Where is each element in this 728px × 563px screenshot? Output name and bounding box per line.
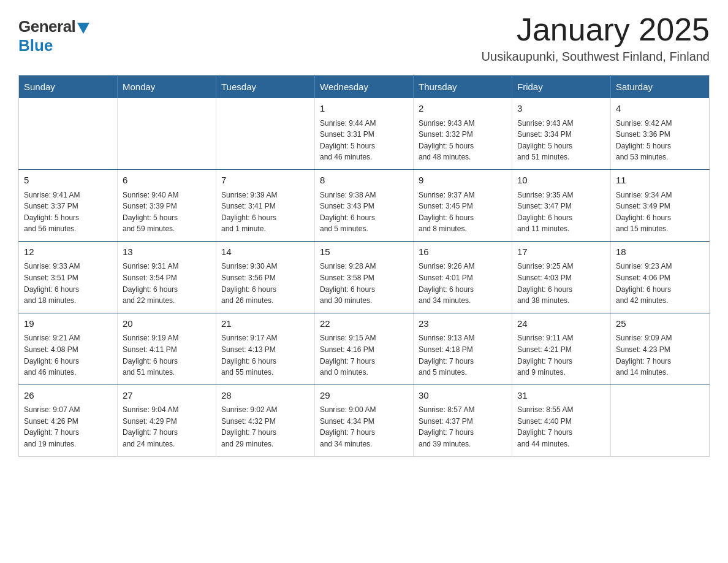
calendar-week-row: 1Sunrise: 9:44 AM Sunset: 3:31 PM Daylig…: [19, 98, 710, 169]
calendar-week-row: 12Sunrise: 9:33 AM Sunset: 3:51 PM Dayli…: [19, 241, 710, 313]
day-number: 21: [221, 317, 309, 331]
day-info: Sunrise: 9:11 AM Sunset: 4:21 PM Dayligh…: [517, 332, 605, 378]
calendar-table: SundayMondayTuesdayWednesdayThursdayFrid…: [18, 75, 710, 456]
calendar-cell: 20Sunrise: 9:19 AM Sunset: 4:11 PM Dayli…: [118, 313, 216, 385]
day-number: 17: [517, 245, 605, 259]
day-number: 9: [419, 174, 507, 188]
day-info: Sunrise: 9:30 AM Sunset: 3:56 PM Dayligh…: [221, 261, 309, 306]
day-of-week-header: Sunday: [19, 75, 118, 99]
day-number: 22: [320, 317, 408, 331]
day-info: Sunrise: 9:21 AM Sunset: 4:08 PM Dayligh…: [24, 332, 112, 378]
day-number: 19: [24, 317, 112, 331]
day-info: Sunrise: 9:39 AM Sunset: 3:41 PM Dayligh…: [221, 190, 309, 235]
calendar-cell: 29Sunrise: 9:00 AM Sunset: 4:34 PM Dayli…: [315, 385, 414, 456]
day-info: Sunrise: 9:33 AM Sunset: 3:51 PM Dayligh…: [24, 261, 112, 306]
calendar-week-row: 19Sunrise: 9:21 AM Sunset: 4:08 PM Dayli…: [19, 313, 710, 385]
calendar-cell: [611, 385, 710, 456]
day-info: Sunrise: 9:04 AM Sunset: 4:29 PM Dayligh…: [123, 404, 211, 450]
calendar-cell: [118, 98, 216, 169]
day-number: 26: [24, 389, 112, 403]
day-number: 14: [221, 245, 309, 259]
location-text: Uusikaupunki, Southwest Finland, Finland: [482, 50, 710, 64]
day-info: Sunrise: 9:28 AM Sunset: 3:58 PM Dayligh…: [320, 261, 408, 306]
day-number: 3: [517, 102, 605, 116]
day-number: 18: [616, 245, 704, 259]
day-info: Sunrise: 9:37 AM Sunset: 3:45 PM Dayligh…: [419, 190, 507, 235]
month-title: January 2025: [482, 12, 710, 47]
day-of-week-header: Wednesday: [315, 75, 414, 99]
day-info: Sunrise: 9:44 AM Sunset: 3:31 PM Dayligh…: [320, 118, 408, 163]
day-info: Sunrise: 9:07 AM Sunset: 4:26 PM Dayligh…: [24, 404, 112, 450]
calendar-week-row: 26Sunrise: 9:07 AM Sunset: 4:26 PM Dayli…: [19, 385, 710, 456]
logo-triangle-icon: [77, 23, 89, 34]
day-info: Sunrise: 9:42 AM Sunset: 3:36 PM Dayligh…: [616, 118, 704, 163]
calendar-cell: 4Sunrise: 9:42 AM Sunset: 3:36 PM Daylig…: [611, 98, 710, 169]
day-info: Sunrise: 9:02 AM Sunset: 4:32 PM Dayligh…: [221, 404, 309, 450]
day-info: Sunrise: 9:13 AM Sunset: 4:18 PM Dayligh…: [419, 332, 507, 378]
calendar-cell: 8Sunrise: 9:38 AM Sunset: 3:43 PM Daylig…: [315, 170, 414, 242]
calendar-cell: 18Sunrise: 9:23 AM Sunset: 4:06 PM Dayli…: [611, 241, 710, 313]
day-number: 27: [123, 389, 211, 403]
day-number: 30: [419, 389, 507, 403]
calendar-cell: 11Sunrise: 9:34 AM Sunset: 3:49 PM Dayli…: [611, 170, 710, 242]
calendar-cell: 27Sunrise: 9:04 AM Sunset: 4:29 PM Dayli…: [118, 385, 216, 456]
calendar-cell: 25Sunrise: 9:09 AM Sunset: 4:23 PM Dayli…: [611, 313, 710, 385]
calendar-cell: 23Sunrise: 9:13 AM Sunset: 4:18 PM Dayli…: [414, 313, 512, 385]
day-number: 10: [517, 174, 605, 188]
day-info: Sunrise: 9:38 AM Sunset: 3:43 PM Dayligh…: [320, 190, 408, 235]
day-info: Sunrise: 9:09 AM Sunset: 4:23 PM Dayligh…: [616, 332, 704, 378]
calendar-cell: [19, 98, 118, 169]
day-number: 11: [616, 174, 704, 188]
day-of-week-header: Tuesday: [216, 75, 315, 99]
day-number: 25: [616, 317, 704, 331]
day-info: Sunrise: 9:17 AM Sunset: 4:13 PM Dayligh…: [221, 332, 309, 378]
day-info: Sunrise: 9:19 AM Sunset: 4:11 PM Dayligh…: [123, 332, 211, 378]
day-number: 13: [123, 245, 211, 259]
page-header: General Blue January 2025 Uusikaupunki, …: [18, 12, 710, 64]
calendar-cell: 26Sunrise: 9:07 AM Sunset: 4:26 PM Dayli…: [19, 385, 118, 456]
logo-blue-text: Blue: [18, 36, 53, 55]
day-number: 15: [320, 245, 408, 259]
logo: General Blue: [18, 17, 89, 55]
day-number: 8: [320, 174, 408, 188]
calendar-cell: 19Sunrise: 9:21 AM Sunset: 4:08 PM Dayli…: [19, 313, 118, 385]
day-info: Sunrise: 9:25 AM Sunset: 4:03 PM Dayligh…: [517, 261, 605, 306]
calendar-cell: 24Sunrise: 9:11 AM Sunset: 4:21 PM Dayli…: [512, 313, 611, 385]
calendar-cell: 2Sunrise: 9:43 AM Sunset: 3:32 PM Daylig…: [414, 98, 512, 169]
calendar-cell: 6Sunrise: 9:40 AM Sunset: 3:39 PM Daylig…: [118, 170, 216, 242]
calendar-cell: 10Sunrise: 9:35 AM Sunset: 3:47 PM Dayli…: [512, 170, 611, 242]
calendar-cell: [216, 98, 315, 169]
calendar-cell: 30Sunrise: 8:57 AM Sunset: 4:37 PM Dayli…: [414, 385, 512, 456]
day-number: 2: [419, 102, 507, 116]
day-number: 20: [123, 317, 211, 331]
day-number: 12: [24, 245, 112, 259]
day-number: 24: [517, 317, 605, 331]
day-info: Sunrise: 9:15 AM Sunset: 4:16 PM Dayligh…: [320, 332, 408, 378]
day-info: Sunrise: 9:34 AM Sunset: 3:49 PM Dayligh…: [616, 190, 704, 235]
day-number: 4: [616, 102, 704, 116]
calendar-cell: 5Sunrise: 9:41 AM Sunset: 3:37 PM Daylig…: [19, 170, 118, 242]
calendar-cell: 31Sunrise: 8:55 AM Sunset: 4:40 PM Dayli…: [512, 385, 611, 456]
day-number: 16: [419, 245, 507, 259]
day-info: Sunrise: 8:57 AM Sunset: 4:37 PM Dayligh…: [419, 404, 507, 450]
calendar-cell: 28Sunrise: 9:02 AM Sunset: 4:32 PM Dayli…: [216, 385, 315, 456]
day-info: Sunrise: 9:43 AM Sunset: 3:34 PM Dayligh…: [517, 118, 605, 163]
day-of-week-header: Thursday: [414, 75, 512, 99]
day-number: 29: [320, 389, 408, 403]
title-section: January 2025 Uusikaupunki, Southwest Fin…: [482, 12, 710, 64]
calendar-cell: 17Sunrise: 9:25 AM Sunset: 4:03 PM Dayli…: [512, 241, 611, 313]
day-info: Sunrise: 9:26 AM Sunset: 4:01 PM Dayligh…: [419, 261, 507, 306]
day-info: Sunrise: 9:40 AM Sunset: 3:39 PM Dayligh…: [123, 190, 211, 235]
calendar-cell: 3Sunrise: 9:43 AM Sunset: 3:34 PM Daylig…: [512, 98, 611, 169]
calendar-cell: 21Sunrise: 9:17 AM Sunset: 4:13 PM Dayli…: [216, 313, 315, 385]
calendar-cell: 15Sunrise: 9:28 AM Sunset: 3:58 PM Dayli…: [315, 241, 414, 313]
calendar-cell: 14Sunrise: 9:30 AM Sunset: 3:56 PM Dayli…: [216, 241, 315, 313]
day-info: Sunrise: 9:41 AM Sunset: 3:37 PM Dayligh…: [24, 190, 112, 235]
day-number: 23: [419, 317, 507, 331]
day-info: Sunrise: 9:43 AM Sunset: 3:32 PM Dayligh…: [419, 118, 507, 163]
day-number: 1: [320, 102, 408, 116]
calendar-cell: 22Sunrise: 9:15 AM Sunset: 4:16 PM Dayli…: [315, 313, 414, 385]
day-of-week-header: Friday: [512, 75, 611, 99]
calendar-cell: 13Sunrise: 9:31 AM Sunset: 3:54 PM Dayli…: [118, 241, 216, 313]
calendar-cell: 1Sunrise: 9:44 AM Sunset: 3:31 PM Daylig…: [315, 98, 414, 169]
